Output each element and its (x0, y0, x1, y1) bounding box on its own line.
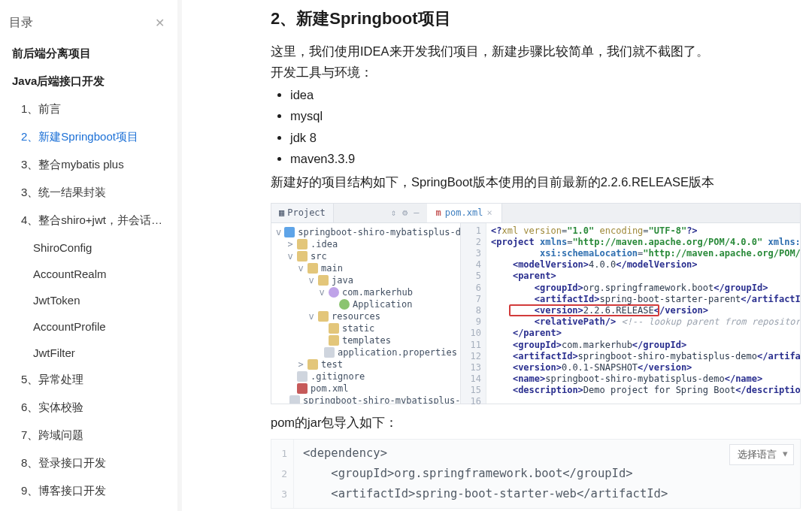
tree-node: > .idea (271, 238, 460, 250)
folder-icon (297, 251, 308, 262)
tree-node: v springboot-shiro-mybatisplus-demoD:\gi… (271, 226, 460, 238)
codeblock-content: <dependency> <groupId>org.springframewor… (294, 440, 677, 508)
tree-node: v src (271, 250, 460, 262)
toc-title: 目录 (9, 15, 33, 31)
env-item: jdk 8 (290, 127, 804, 148)
txt-icon (289, 395, 300, 404)
tree-node: v resources (271, 310, 460, 322)
ide-code: <?xml version="1.0" encoding="UTF-8"?><p… (486, 223, 800, 404)
folder-icon (308, 263, 318, 274)
toc-item[interactable]: 7、跨域问题 (8, 422, 170, 449)
hide-icon: — (414, 207, 419, 218)
xml-icon (297, 383, 308, 394)
toc-item[interactable]: AccountRealm (8, 261, 170, 287)
paragraph: 这里，我们使用IDEA来开发我们项目，新建步骤比较简单，我们就不截图了。 (271, 41, 804, 62)
article-main: 2、新建Springboot项目 这里，我们使用IDEA来开发我们项目，新建步骤… (182, 0, 812, 511)
maven-icon: m (436, 207, 441, 218)
tree-node: templates (271, 334, 460, 346)
env-item: maven3.3.9 (290, 148, 804, 169)
tree-node: Application (271, 298, 460, 310)
tree-node: v com.markerhub (271, 286, 460, 298)
close-tab-icon: × (486, 207, 492, 218)
toc-item[interactable]: 9、博客接口开发 (8, 477, 170, 505)
toc-item[interactable]: 前后端分离项目 (8, 40, 170, 68)
pkg-icon (329, 287, 339, 298)
tree-node: static (271, 322, 460, 334)
ide-file-tab: m pom.xml × (427, 204, 502, 222)
tree-node: .gitignore (271, 370, 460, 382)
toc-item[interactable]: 4、整合shiro+jwt，并会话共享 (8, 207, 170, 234)
folder-icon (329, 335, 339, 346)
toc-item[interactable]: Java后端接口开发 (8, 68, 170, 95)
toc-item[interactable]: JwtFilter (8, 340, 170, 366)
toc-item[interactable]: 1、前言 (8, 95, 170, 123)
toc-item[interactable]: ShiroConfig (8, 234, 170, 261)
toc-item[interactable]: 2、新建Springboot项目 (8, 123, 170, 151)
paragraph: 新建好的项目结构如下，SpringBoot版本使用的目前最新的2.2.6.REL… (271, 171, 804, 192)
toc-item[interactable]: 3、整合mybatis plus (8, 151, 170, 179)
tree-node: > test (271, 358, 460, 370)
ide-tool-icons: ⇕ ⚙ — (383, 204, 427, 222)
project-icon: ▦ (279, 207, 284, 218)
ide-screenshot: ▦ Project ⇕ ⚙ — m pom.xml × v springboot… (271, 203, 801, 404)
gear-icon: ⚙ (402, 207, 408, 218)
section-heading: 2、新建Springboot项目 (271, 8, 804, 30)
folder-icon (329, 323, 339, 334)
toc-item[interactable]: 10、后端总结 (8, 505, 170, 511)
tree-node: v main (271, 262, 460, 274)
language-select[interactable]: 选择语言 (729, 444, 794, 465)
txt-icon (297, 371, 308, 382)
toc-item[interactable]: 8、登录接口开发 (8, 449, 170, 477)
toc-item[interactable]: JwtToken (8, 287, 170, 313)
toc-item[interactable]: AccountProfile (8, 313, 170, 340)
folder-icon (297, 239, 308, 249)
codeblock-gutter: 123 (271, 440, 294, 508)
folder-icon (318, 311, 329, 322)
tree-node: application.properties (271, 346, 460, 358)
toc-item[interactable]: 6、实体校验 (8, 394, 170, 422)
env-list: ideamysqljdk 8maven3.3.9 (275, 84, 804, 170)
env-item: mysql (290, 105, 804, 126)
tree-node: v java (271, 274, 460, 286)
paragraph: 开发工具与环境： (271, 62, 804, 83)
folder-icon (308, 359, 318, 370)
tree-node: springboot-shiro-mybatisplus-demo.iml (271, 395, 460, 404)
toc-item[interactable]: 3、统一结果封装 (8, 179, 170, 207)
ide-project-tree: v springboot-shiro-mybatisplus-demoD:\gi… (271, 223, 461, 404)
env-item: idea (290, 84, 804, 105)
tree-node: pom.xml (271, 382, 460, 395)
close-icon[interactable]: ✕ (152, 16, 167, 31)
code-block: 选择语言 123 <dependency> <groupId>org.sprin… (271, 439, 801, 509)
ide-project-label: ▦ Project (271, 204, 334, 222)
folder-icon (318, 275, 329, 286)
java-icon (339, 299, 350, 310)
toc-item[interactable]: 5、异常处理 (8, 366, 170, 394)
mod-icon (284, 227, 295, 237)
collapse-icon: ⇕ (391, 207, 396, 218)
paragraph: pom的jar包导入如下： (271, 415, 804, 431)
ide-gutter: 12345678910111213141516 (461, 223, 486, 404)
toc-sidebar: 目录 ✕ 前后端分离项目Java后端接口开发1、前言2、新建Springboot… (0, 0, 182, 511)
txt-icon (324, 347, 335, 358)
